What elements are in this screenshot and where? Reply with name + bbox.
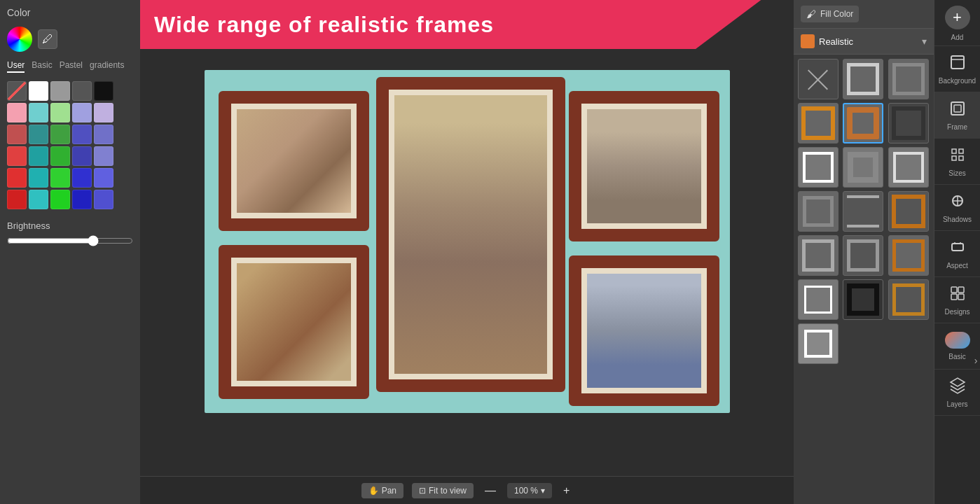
- frame-thumb-9[interactable]: [798, 191, 838, 232]
- layers-tool[interactable]: Basic ›: [934, 323, 981, 370]
- frame-thumb-2[interactable]: [888, 59, 929, 99]
- frame-thumb-4[interactable]: [843, 103, 883, 144]
- realistic-dropdown[interactable]: Realistic ▾: [794, 29, 934, 55]
- swatch-red-deep[interactable]: [7, 190, 27, 209]
- swatch-transparent[interactable]: [7, 81, 27, 101]
- sizes-tool[interactable]: Sizes: [934, 139, 981, 185]
- frame-1-mat: [231, 104, 357, 218]
- swatch-pink[interactable]: [7, 103, 27, 122]
- tab-gradients[interactable]: gradients: [90, 60, 124, 73]
- layers-gradient-swatch[interactable]: [945, 332, 970, 349]
- frame-thumb-5[interactable]: [888, 103, 929, 144]
- frame-thumb-16[interactable]: [843, 279, 883, 320]
- frame-thumb-1[interactable]: [843, 59, 883, 99]
- frame-3[interactable]: [569, 91, 719, 241]
- frame-tool[interactable]: Frame: [934, 92, 981, 139]
- frame-thumb-15[interactable]: [798, 279, 838, 320]
- swatch-blue-mid[interactable]: [72, 125, 92, 144]
- color-section-label: Color: [7, 7, 133, 18]
- canvas-container[interactable]: [140, 0, 794, 476]
- aspect-tool[interactable]: Aspect: [934, 231, 981, 277]
- frame-4[interactable]: [219, 245, 369, 399]
- frame-2[interactable]: [376, 77, 565, 392]
- designs-tool[interactable]: Designs: [934, 277, 981, 323]
- swatch-gray-light[interactable]: [50, 81, 70, 101]
- swatch-purple-vivid[interactable]: [94, 168, 113, 188]
- swatch-row-0: [7, 81, 133, 101]
- fit-icon: ⊡: [419, 486, 426, 496]
- frame-thumb-13[interactable]: [843, 235, 883, 276]
- swatch-red-mid[interactable]: [7, 125, 27, 144]
- swatch-teal-bright[interactable]: [29, 146, 48, 166]
- frame-1[interactable]: [219, 91, 369, 231]
- swatch-green-light[interactable]: [50, 103, 70, 122]
- aspect-label: Aspect: [946, 262, 968, 270]
- swatch-black[interactable]: [94, 81, 113, 101]
- frame-thumb-18[interactable]: [798, 323, 838, 364]
- swatch-row-5: [7, 190, 133, 209]
- pan-button[interactable]: ✋ Pan: [361, 483, 403, 498]
- add-tool[interactable]: + Add: [934, 0, 981, 46]
- shadows-icon: [949, 192, 966, 213]
- swatch-blue-vivid[interactable]: [72, 168, 92, 188]
- color-wheel[interactable]: [7, 27, 32, 52]
- tab-pastel[interactable]: Pastel: [60, 60, 83, 73]
- frame-thumb-7[interactable]: [843, 147, 883, 188]
- swatch-purple-light[interactable]: [94, 103, 113, 122]
- zoom-out-button[interactable]: —: [482, 483, 499, 498]
- frame-thumb-17[interactable]: [888, 279, 929, 320]
- swatch-green-bright[interactable]: [50, 146, 70, 166]
- background-tool[interactable]: Background: [934, 46, 981, 92]
- frame-thumb-12[interactable]: [798, 235, 838, 276]
- frame-icon: [949, 100, 966, 120]
- swatch-cyan-deep[interactable]: [29, 190, 48, 209]
- sizes-label: Sizes: [948, 169, 965, 177]
- frame-3-mat: [581, 104, 707, 229]
- frame-thumb-8[interactable]: [888, 147, 929, 188]
- shadows-tool[interactable]: Shadows: [934, 185, 981, 231]
- fill-color-button[interactable]: 🖌 Fill Color: [801, 6, 859, 22]
- zoom-in-button[interactable]: +: [560, 483, 572, 498]
- frame-thumb-6[interactable]: [798, 147, 838, 188]
- swatch-cyan[interactable]: [29, 103, 48, 122]
- tab-basic[interactable]: Basic: [32, 60, 52, 73]
- swatch-blue-deep[interactable]: [72, 190, 92, 209]
- swatch-teal-mid[interactable]: [29, 125, 48, 144]
- swatch-purple-deep[interactable]: [94, 190, 113, 209]
- fit-to-view-button[interactable]: ⊡ Fit to view: [412, 483, 474, 498]
- swatch-green-vivid[interactable]: [50, 168, 70, 188]
- svg-rect-2: [954, 105, 961, 112]
- frame-thumb-none[interactable]: [798, 59, 838, 99]
- swatch-purple-bright[interactable]: [94, 146, 113, 166]
- swatch-blue-bright[interactable]: [72, 146, 92, 166]
- zoom-level: 100 %: [514, 486, 538, 496]
- swatch-white[interactable]: [29, 81, 48, 101]
- brightness-label: Brightness: [7, 220, 133, 231]
- layers-chevron[interactable]: ›: [974, 355, 978, 366]
- swatch-red-bright[interactable]: [7, 146, 27, 166]
- banner-text: Wide range of realistic frames: [154, 12, 494, 38]
- frame-thumb-11[interactable]: [888, 191, 929, 232]
- zoom-dropdown-icon[interactable]: ▾: [541, 486, 545, 496]
- swatch-blue-light[interactable]: [72, 103, 92, 122]
- swatch-green-deep[interactable]: [50, 190, 70, 209]
- add-button[interactable]: +: [945, 6, 970, 29]
- frame-thumb-3[interactable]: [798, 103, 838, 144]
- svg-rect-0: [951, 56, 964, 69]
- swatch-red-vivid[interactable]: [7, 168, 27, 188]
- frame-5[interactable]: [569, 255, 719, 406]
- eyedropper-button[interactable]: 🖊: [38, 29, 57, 49]
- swatch-green-mid[interactable]: [50, 125, 70, 144]
- layers-nav-tool[interactable]: Layers: [934, 370, 981, 416]
- zoom-display: 100 % ▾: [507, 483, 552, 498]
- frame-4-mat: [231, 258, 357, 386]
- swatch-purple-mid[interactable]: [94, 125, 113, 144]
- frame-thumb-10[interactable]: [843, 191, 883, 232]
- svg-rect-6: [958, 287, 964, 293]
- brightness-slider[interactable]: [7, 235, 133, 246]
- swatch-cyan-vivid[interactable]: [29, 168, 48, 188]
- swatch-gray-mid[interactable]: [72, 81, 92, 101]
- tab-user[interactable]: User: [7, 60, 25, 73]
- svg-rect-1: [951, 102, 964, 115]
- frame-thumb-14[interactable]: [888, 235, 929, 276]
